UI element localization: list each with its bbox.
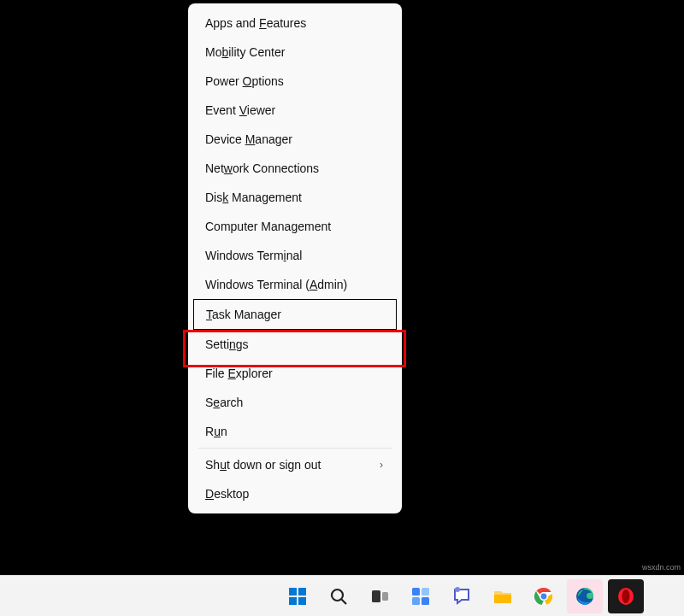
menu-item-windows-terminal[interactable]: Windows Terminal (190, 241, 400, 270)
menu-item-event-viewer[interactable]: Event Viewer (190, 96, 400, 125)
menu-item-apps-and-features[interactable]: Apps and Features (190, 9, 400, 38)
svg-rect-6 (372, 590, 380, 602)
svg-rect-11 (422, 597, 429, 605)
menu-item-file-explorer[interactable]: File Explorer (190, 359, 400, 388)
menu-item-label: Windows Terminal (205, 249, 302, 262)
svg-rect-8 (412, 588, 420, 595)
svg-rect-10 (422, 588, 429, 595)
menu-item-network-connections[interactable]: Network Connections (190, 154, 400, 183)
svg-rect-9 (412, 597, 420, 605)
menu-item-disk-management[interactable]: Disk Management (190, 183, 400, 212)
menu-item-windows-terminal-admin[interactable]: Windows Terminal (Admin) (190, 270, 400, 299)
svg-rect-0 (289, 588, 297, 595)
edge-icon[interactable] (567, 579, 603, 613)
opera-icon[interactable] (608, 579, 644, 613)
svg-rect-3 (298, 597, 306, 605)
taskbar (0, 575, 684, 616)
menu-item-label: Apps and Features (205, 16, 306, 30)
start-icon[interactable] (280, 579, 315, 613)
menu-item-label: Mobility Center (205, 45, 285, 59)
watermark: wsxdn.com (642, 563, 681, 572)
menu-item-label: Network Connections (205, 161, 319, 175)
menu-item-label: Windows Terminal (Admin) (205, 278, 347, 291)
menu-item-label: Desktop (205, 487, 249, 501)
menu-item-settings[interactable]: Settings (190, 330, 400, 359)
desktop[interactable]: Apps and FeaturesMobility CenterPower Op… (0, 0, 684, 616)
menu-item-mobility-center[interactable]: Mobility Center (190, 38, 400, 67)
menu-separator (198, 448, 392, 449)
menu-item-power-options[interactable]: Power Options (190, 67, 400, 96)
menu-item-label: Event Viewer (205, 103, 275, 117)
svg-point-19 (622, 590, 630, 603)
menu-item-label: Task Manager (206, 308, 281, 321)
menu-item-shut-down-or-sign-out[interactable]: Shut down or sign out› (190, 450, 400, 479)
menu-item-label: Run (205, 425, 227, 438)
menu-item-label: Device Manager (205, 132, 292, 146)
menu-item-desktop[interactable]: Desktop (190, 479, 400, 508)
svg-rect-2 (289, 597, 297, 605)
menu-item-label: Shut down or sign out (205, 458, 321, 472)
menu-item-run[interactable]: Run (190, 417, 400, 446)
svg-rect-7 (382, 592, 388, 601)
chrome-icon[interactable] (526, 579, 562, 613)
menu-item-label: File Explorer (205, 367, 273, 380)
svg-rect-1 (298, 588, 306, 595)
widgets-icon[interactable] (403, 579, 439, 613)
menu-item-label: Disk Management (205, 191, 302, 204)
menu-item-label: Power Options (205, 74, 284, 88)
chat-icon[interactable] (444, 579, 480, 613)
menu-item-device-manager[interactable]: Device Manager (190, 125, 400, 154)
menu-item-label: Computer Management (205, 220, 331, 233)
menu-item-label: Search (205, 396, 243, 409)
svg-point-4 (332, 590, 343, 601)
svg-rect-13 (494, 595, 511, 603)
search-icon[interactable] (321, 579, 357, 613)
chevron-right-icon: › (380, 459, 383, 471)
menu-item-search[interactable]: Search (190, 388, 400, 417)
explorer-icon[interactable] (485, 579, 521, 613)
winx-context-menu: Apps and FeaturesMobility CenterPower Op… (188, 3, 402, 513)
menu-item-label: Settings (205, 337, 249, 351)
taskview-icon[interactable] (362, 579, 398, 613)
svg-line-5 (342, 599, 347, 604)
menu-item-task-manager[interactable]: Task Manager (193, 299, 397, 330)
menu-item-computer-management[interactable]: Computer Management (190, 212, 400, 241)
svg-point-12 (455, 587, 460, 592)
